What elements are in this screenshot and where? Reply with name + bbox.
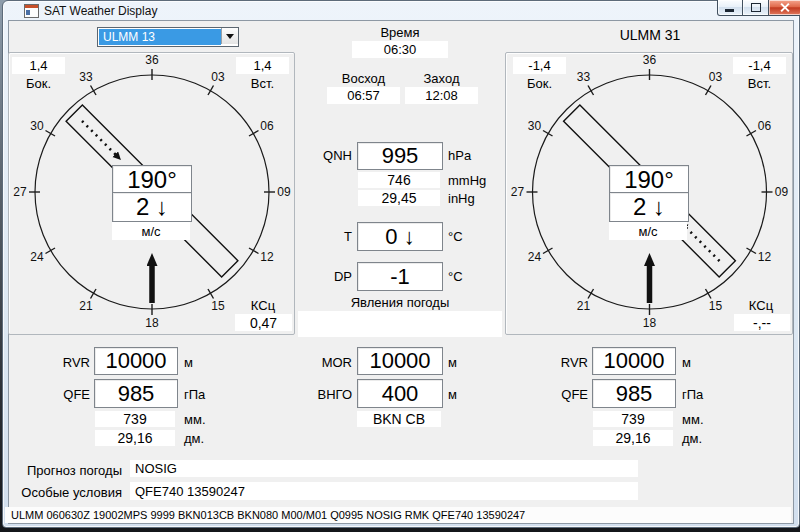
friction-label-right: КСц: [733, 298, 789, 313]
tick-label: 18: [145, 316, 159, 330]
friction-value-right: -,--: [734, 314, 790, 331]
wind-direction-right: 190°: [609, 165, 689, 195]
mor-unit: м: [448, 355, 457, 370]
mor-value[interactable]: 10000: [357, 347, 443, 375]
sunrise-value: 06:57: [327, 87, 400, 104]
qfe-in-unit-left: дм.: [184, 431, 204, 446]
qnh-hpa-unit: hPa: [448, 148, 471, 163]
tick-label: 06: [260, 119, 274, 133]
tick-label: 09: [775, 185, 789, 199]
special-conditions-value[interactable]: QFE740 13590247: [130, 482, 638, 500]
tick-label: 06: [758, 119, 772, 133]
forecast-label: Прогноз погоды: [20, 463, 122, 478]
clouds-value: BKN CB: [357, 411, 441, 427]
rvr-unit-left: м: [184, 355, 193, 370]
tick-label: 30: [30, 119, 44, 133]
tick-label: 21: [79, 299, 93, 313]
crosswind-label-left: Бок.: [12, 76, 65, 91]
wind-speed-left: 2 ↓: [112, 192, 192, 222]
tick-label: 27: [13, 185, 27, 199]
qfe-label-right: QFE: [538, 387, 588, 402]
qnh-mmhg-unit: mmHg: [448, 173, 486, 188]
qfe-in-right: 29,16: [593, 430, 673, 446]
minimize-icon: [725, 9, 734, 12]
rvr-value-left[interactable]: 10000: [94, 347, 178, 375]
friction-label-left: КСц: [235, 298, 291, 313]
phenomena-label: Явления погоды: [300, 295, 500, 310]
maximize-button[interactable]: [742, 0, 770, 16]
rvr-value-right[interactable]: 10000: [592, 347, 676, 375]
dewpoint-unit: °C: [448, 269, 463, 284]
tick-label: 21: [577, 299, 591, 313]
qfe-mm-unit-right: мм.: [682, 412, 704, 427]
wind-speed-unit-right: м/с: [609, 222, 687, 240]
sunset-label: Заход: [405, 71, 478, 86]
wind-direction-left: 190°: [112, 165, 192, 195]
chevron-down-icon: [226, 34, 234, 39]
runway-selector-value: ULMM 13: [99, 29, 221, 45]
minimize-button[interactable]: [717, 0, 744, 16]
qnh-mmhg-value: 746: [358, 172, 440, 188]
qfe-in-left: 29,16: [95, 430, 175, 446]
tick-label: 33: [577, 70, 591, 84]
dewpoint-label: DP: [300, 269, 352, 284]
dewpoint-value[interactable]: -1: [357, 262, 443, 291]
friction-value-left: 0,47: [235, 314, 292, 331]
special-conditions-label: Особые условия: [20, 485, 122, 500]
tick-label: 15: [709, 299, 723, 313]
phenomena-value[interactable]: [298, 311, 502, 337]
qfe-label-left: QFE: [40, 387, 90, 402]
ceiling-label: ВНГО: [295, 387, 352, 402]
headwind-label-left: Вст.: [236, 76, 289, 91]
tick-label: 36: [145, 53, 159, 67]
qfe-value-right[interactable]: 985: [592, 379, 676, 408]
crosswind-value-left: 1,4: [12, 57, 65, 74]
mor-label: MOR: [300, 355, 352, 370]
wind-speed-right: 2 ↓: [609, 192, 689, 222]
headwind-label-right: Вст.: [733, 76, 786, 91]
tick-label: 12: [260, 250, 274, 264]
qnh-label: QNH: [300, 148, 352, 163]
rvr-label-right: RVR: [538, 355, 588, 370]
temp-value[interactable]: 0 ↓: [357, 222, 443, 251]
forecast-value[interactable]: NOSIG: [130, 460, 638, 477]
close-button[interactable]: [768, 0, 800, 16]
qfe-unit-left: гПа: [184, 387, 205, 402]
rvr-label-left: RVR: [40, 355, 90, 370]
tick-label: 03: [709, 70, 723, 84]
sunrise-label: Восход: [327, 71, 400, 86]
tick-label: 03: [211, 70, 225, 84]
tick-label: 30: [528, 119, 542, 133]
qfe-value-left[interactable]: 985: [94, 379, 178, 408]
qfe-mm-left: 739: [95, 411, 175, 427]
ceiling-unit: м: [448, 387, 457, 402]
tick-label: 33: [79, 70, 93, 84]
runway-selector[interactable]: ULMM 13: [97, 27, 239, 47]
headwind-value-right: -1,4: [733, 57, 786, 74]
rvr-unit-right: м: [682, 355, 691, 370]
maximize-icon: [751, 3, 761, 12]
tick-label: 18: [643, 316, 657, 330]
ceiling-value[interactable]: 400: [357, 379, 443, 408]
tick-label: 27: [511, 185, 525, 199]
time-value: 06:30: [352, 41, 448, 58]
titlebar[interactable]: SAT Weather Display: [2, 0, 798, 20]
right-panel-title: ULMM 31: [550, 28, 750, 43]
tick-label: 24: [528, 250, 542, 264]
metar-text: ULMM 060630Z 19002MPS 9999 BKN013CB BKN0…: [5, 509, 525, 521]
sunset-value: 12:08: [405, 87, 478, 104]
app-icon: [24, 4, 39, 18]
qfe-mm-right: 739: [593, 411, 673, 427]
wind-speed-unit-left: м/с: [112, 222, 190, 240]
tick-label: 09: [277, 185, 291, 199]
tick-label: 36: [643, 53, 657, 67]
qnh-hpa-value[interactable]: 995: [357, 142, 443, 170]
temp-unit: °C: [448, 229, 463, 244]
window-title: SAT Weather Display: [44, 4, 157, 18]
qnh-inhg-value: 29,45: [358, 190, 440, 206]
dropdown-button[interactable]: [221, 28, 238, 44]
crosswind-label-right: Бок.: [513, 76, 566, 91]
tick-label: 15: [211, 299, 225, 313]
tick-label: 24: [30, 250, 44, 264]
temp-label: T: [300, 229, 352, 244]
